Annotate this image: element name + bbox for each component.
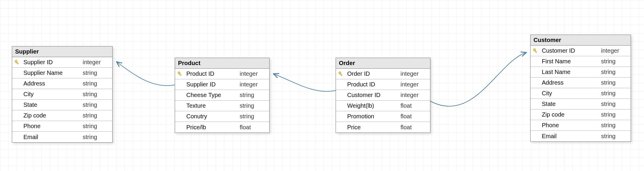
field-row[interactable]: Pricefloat [336, 122, 430, 133]
field-row[interactable]: Weight(lb)float [336, 101, 430, 111]
field-name: Zip code [541, 111, 601, 118]
field-type: string [83, 70, 109, 76]
svg-point-5 [16, 61, 17, 62]
field-row[interactable]: Product IDinteger [175, 69, 269, 79]
field-row[interactable]: Conutrystring [175, 111, 269, 122]
entity-product[interactable]: Product Product IDintegerSupplier IDinte… [175, 58, 270, 133]
svg-point-9 [179, 72, 180, 73]
field-type: integer [401, 81, 427, 88]
field-row[interactable]: Promotionfloat [336, 111, 430, 122]
field-type: integer [240, 70, 266, 77]
field-name: Email [541, 133, 601, 140]
field-row[interactable]: Statestring [531, 99, 631, 109]
field-type: string [601, 111, 628, 118]
field-name: Last Name [541, 69, 601, 75]
field-name: Supplier ID [185, 81, 240, 88]
field-row[interactable]: First Namestring [531, 56, 631, 67]
field-row[interactable]: Emailstring [12, 132, 112, 142]
entity-title: Supplier [12, 46, 112, 57]
field-type: float [401, 113, 427, 120]
key-icon [14, 59, 20, 65]
field-type: string [601, 69, 628, 75]
field-type: string [601, 79, 628, 86]
pk-cell [336, 71, 346, 77]
entity-title: Product [175, 58, 269, 69]
field-type: string [240, 102, 266, 109]
field-type: string [83, 112, 109, 119]
field-name: Address [22, 80, 83, 87]
svg-point-17 [534, 49, 535, 50]
field-row[interactable]: Product IDinteger [336, 79, 430, 90]
field-row[interactable]: Customer IDinteger [336, 90, 430, 101]
field-name: Weight(lb) [346, 102, 401, 109]
field-name: Supplier Name [22, 70, 83, 76]
field-type: string [83, 134, 109, 141]
field-row[interactable]: Order IDinteger [336, 69, 430, 79]
field-name: Address [541, 79, 601, 86]
field-name: City [541, 90, 601, 97]
field-row[interactable]: Supplier IDinteger [12, 57, 112, 68]
pk-cell [175, 71, 185, 77]
field-row[interactable]: Addressstring [12, 78, 112, 89]
field-name: Product ID [346, 81, 401, 88]
field-name: Phone [22, 123, 83, 130]
field-name: Price [346, 124, 401, 131]
field-row[interactable]: Zip codestring [12, 110, 112, 121]
pk-cell [531, 48, 541, 54]
field-name: Email [22, 134, 83, 141]
field-type: integer [401, 70, 427, 77]
field-row[interactable]: Texturestring [175, 101, 269, 111]
field-type: float [401, 124, 427, 131]
field-row[interactable]: Statestring [12, 100, 112, 110]
field-row[interactable]: Cheese Typestring [175, 90, 269, 101]
field-name: Supplier ID [22, 59, 83, 66]
field-row[interactable]: Last Namestring [531, 67, 631, 78]
field-type: string [83, 101, 109, 108]
field-row[interactable]: Price/lbfloat [175, 122, 269, 133]
entity-order[interactable]: Order Order IDintegerProduct IDintegerCu… [336, 58, 430, 133]
field-name: Product ID [185, 70, 240, 77]
field-type: string [601, 133, 628, 140]
field-name: Customer ID [346, 92, 401, 99]
field-type: float [240, 124, 266, 131]
field-type: string [240, 113, 266, 120]
field-name: City [22, 91, 83, 98]
field-type: string [240, 92, 266, 99]
field-type: string [83, 123, 109, 130]
field-type: integer [601, 47, 628, 54]
field-type: string [601, 58, 628, 65]
field-row[interactable]: Citystring [12, 89, 112, 100]
field-name: Texture [185, 102, 240, 109]
pk-cell [12, 59, 22, 65]
field-type: string [601, 122, 628, 129]
field-type: float [401, 102, 427, 109]
connector-order-to-product [274, 74, 336, 91]
field-type: string [83, 80, 109, 87]
field-row[interactable]: Emailstring [531, 131, 631, 141]
field-row[interactable]: Supplier IDinteger [175, 79, 269, 90]
field-row[interactable]: Customer IDinteger [531, 46, 631, 56]
field-name: Zip code [22, 112, 83, 119]
entity-customer[interactable]: Customer Customer IDintegerFirst Namestr… [530, 35, 631, 142]
field-row[interactable]: Supplier Namestring [12, 68, 112, 78]
field-row[interactable]: Phonestring [12, 121, 112, 132]
key-icon [338, 71, 344, 77]
entity-title: Order [336, 58, 430, 69]
field-row[interactable]: Zip codestring [531, 109, 631, 120]
field-name: Promotion [346, 113, 401, 120]
field-name: Phone [541, 122, 601, 129]
svg-point-13 [339, 72, 340, 73]
field-row[interactable]: Phonestring [531, 120, 631, 131]
field-name: Cheese Type [185, 92, 240, 99]
connector-product-to-supplier [117, 62, 175, 86]
field-name: State [541, 101, 601, 107]
field-row[interactable]: Citystring [531, 88, 631, 99]
field-type: string [83, 91, 109, 98]
key-icon [177, 71, 183, 77]
key-icon [533, 48, 539, 54]
field-row[interactable]: Addressstring [531, 78, 631, 88]
entity-supplier[interactable]: Supplier Supplier IDintegerSupplier Name… [12, 46, 113, 143]
field-name: Customer ID [541, 47, 601, 54]
field-name: Order ID [346, 70, 401, 77]
connector-order-to-customer [430, 53, 526, 106]
